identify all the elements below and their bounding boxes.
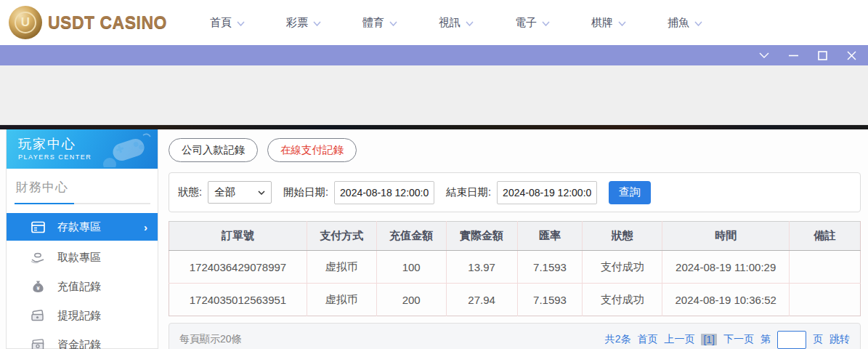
start-date-label: 開始日期: [283, 185, 328, 199]
svg-text:¥: ¥ [36, 285, 40, 292]
jump-suffix-label: 页 [813, 333, 823, 346]
chevron-down-icon [237, 21, 245, 26]
col-remarks: 備註 [790, 222, 861, 251]
current-page-indicator: [1] [701, 334, 717, 345]
sidebar-item-withdrawal-records[interactable]: 提現記錄 [7, 301, 158, 330]
record-tabs: 公司入款記錄 在線支付記錄 [169, 138, 861, 162]
page-spacer [0, 65, 868, 125]
cell-order-number: 1724035012563951 [169, 284, 307, 316]
section-divider [15, 203, 150, 204]
cell-actual-amount: 13.97 [446, 251, 517, 284]
usdt-coin-icon: U [9, 6, 42, 39]
col-actual-amount: 實際金額 [446, 222, 517, 251]
top-navigation: U USDT CASINO 首頁 彩票 體育 視訊 電子 棋牌 捕魚 [0, 0, 868, 45]
collapse-chevron-icon[interactable] [758, 49, 771, 62]
sidebar-item-recharge-records[interactable]: ¥ 充值記錄 [7, 272, 158, 301]
jump-prefix-label: 第 [760, 333, 771, 346]
end-date-input[interactable] [497, 181, 597, 204]
nav-label: 首頁 [210, 16, 232, 30]
end-date-label: 結束日期: [446, 185, 491, 199]
logo-letter: U [21, 15, 30, 30]
sidebar-header: 玩家中心 PLAYERS CENTER [7, 129, 158, 169]
nav-label: 彩票 [286, 16, 308, 30]
col-status: 狀態 [583, 222, 662, 251]
gamepad-icon [100, 132, 152, 167]
sidebar-menu: 存款專區 › 取款專區 ¥ 充值記錄 提現記錄 [7, 213, 158, 349]
sidebar-item-label: 提現記錄 [57, 309, 101, 323]
page-jump-input[interactable] [777, 331, 806, 349]
jump-button[interactable]: 跳转 [830, 333, 850, 346]
filter-bar: 狀態: 全部 開始日期: 結束日期: 查詢 [169, 172, 861, 212]
page-size-text: 每頁顯示20條 [179, 333, 242, 346]
nav-item-card-games[interactable]: 棋牌 [591, 16, 626, 30]
search-button[interactable]: 查詢 [609, 181, 651, 204]
deposit-card-icon [31, 221, 45, 233]
close-icon[interactable] [845, 49, 858, 62]
cell-status: 支付成功 [583, 284, 662, 316]
next-page-link[interactable]: 下一页 [723, 333, 754, 346]
nav-label: 捕魚 [668, 16, 689, 30]
chevron-down-icon [313, 21, 321, 26]
chevron-down-icon [389, 21, 397, 26]
window-title-bar [0, 45, 868, 65]
sidebar-item-label: 資金記錄 [57, 338, 101, 349]
first-page-link[interactable]: 首页 [637, 333, 657, 346]
cell-time: 2024-08-19 11:00:29 [662, 251, 790, 284]
pager: 共2条 首页 上一页 [1] 下一页 第 页 跳转 [605, 331, 850, 349]
sidebar-item-withdraw[interactable]: 取款專區 [7, 243, 158, 272]
main-menu: 首頁 彩票 體育 視訊 電子 棋牌 捕魚 [210, 16, 702, 30]
nav-item-sports[interactable]: 體育 [362, 16, 397, 30]
minimize-icon[interactable] [787, 49, 800, 62]
chevron-right-icon: › [144, 221, 147, 233]
total-count: 共2条 [605, 333, 631, 346]
cell-status: 支付成功 [583, 251, 662, 284]
payment-records-table: 訂單號 支付方式 充值金額 實際金額 匯率 狀態 時間 備註 172403642… [169, 221, 861, 316]
cell-payment-method: 虚拟币 [307, 284, 376, 316]
start-date-input[interactable] [334, 181, 434, 204]
records-panel: 公司入款記錄 在線支付記錄 狀態: 全部 開始日期: 結束日期: 查詢 訂單號 [158, 129, 868, 349]
col-time: 時間 [662, 222, 790, 251]
sidebar-item-label: 存款專區 [57, 220, 101, 234]
chevron-down-icon [618, 21, 626, 26]
col-exchange-rate: 匯率 [517, 222, 583, 251]
chevron-down-icon [542, 21, 550, 26]
col-order-number: 訂單號 [169, 222, 307, 251]
cell-order-number: 1724036429078997 [169, 251, 307, 284]
banknotes-icon [31, 339, 45, 349]
nav-label: 體育 [362, 16, 384, 30]
nav-item-home[interactable]: 首頁 [210, 16, 245, 30]
nav-item-live-video[interactable]: 視訊 [439, 16, 474, 30]
cell-actual-amount: 27.94 [446, 284, 517, 316]
cell-remarks [790, 284, 861, 316]
sidebar-item-label: 取款專區 [57, 251, 101, 265]
brand-name: USDT CASINO [48, 13, 167, 33]
tab-company-deposit-records[interactable]: 公司入款記錄 [169, 138, 258, 162]
brand-logo[interactable]: U USDT CASINO [9, 6, 172, 39]
nav-item-fishing[interactable]: 捕魚 [668, 16, 702, 30]
table-header-row: 訂單號 支付方式 充值金額 實際金額 匯率 狀態 時間 備註 [169, 222, 861, 251]
status-selected-value: 全部 [214, 185, 235, 199]
cell-payment-method: 虚拟币 [307, 251, 376, 284]
chevron-down-icon [694, 21, 702, 26]
cell-recharge-amount: 200 [376, 284, 446, 316]
prev-page-link[interactable]: 上一页 [664, 333, 694, 346]
cell-time: 2024-08-19 10:36:52 [662, 284, 790, 316]
wallet-icon [31, 310, 45, 321]
chevron-down-icon [258, 190, 265, 195]
tab-online-payment-records[interactable]: 在線支付記錄 [267, 138, 357, 162]
content-area: 玩家中心 PLAYERS CENTER 財務中心 存 [0, 129, 868, 349]
table-row: 1724036429078997 虚拟币 100 13.97 7.1593 支付… [169, 251, 861, 284]
sidebar-item-funds-records[interactable]: 資金記錄 [7, 330, 158, 349]
status-select[interactable]: 全部 [208, 181, 272, 204]
table-row: 1724035012563951 虚拟币 200 27.94 7.1593 支付… [169, 284, 861, 316]
pagination-bar: 每頁顯示20條 共2条 首页 上一页 [1] 下一页 第 页 跳转 [169, 323, 861, 349]
col-recharge-amount: 充值金額 [376, 222, 446, 251]
sidebar-item-label: 充值記錄 [57, 280, 101, 294]
sidebar-item-deposit[interactable]: 存款專區 › [7, 213, 158, 241]
nav-item-lottery[interactable]: 彩票 [286, 16, 321, 30]
nav-item-slots[interactable]: 電子 [515, 16, 550, 30]
nav-label: 視訊 [439, 16, 461, 30]
nav-label: 電子 [515, 16, 537, 30]
maximize-icon[interactable] [816, 49, 829, 62]
cell-exchange-rate: 7.1593 [517, 251, 583, 284]
